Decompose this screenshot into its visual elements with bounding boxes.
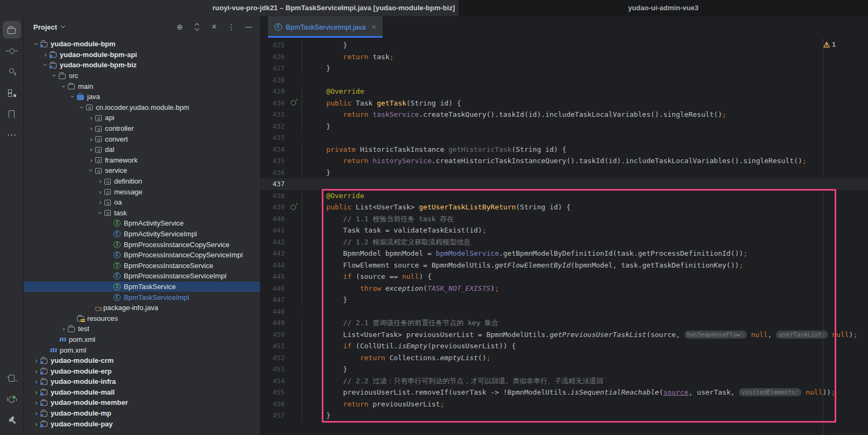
tree-chevron-icon[interactable] xyxy=(60,325,68,332)
tree-chevron-icon[interactable] xyxy=(87,125,95,132)
module-icon xyxy=(40,369,47,374)
tree-item[interactable]: yudao-module-bpm xyxy=(24,39,260,50)
tree-chevron-icon[interactable] xyxy=(32,420,40,427)
tree-item[interactable]: BpmActivityServiceImpl xyxy=(24,229,260,240)
tree-item[interactable]: BpmProcessInstanceCopyService xyxy=(24,239,260,250)
debug-tool-button[interactable] xyxy=(3,390,21,408)
tree-item[interactable]: pom.xml xyxy=(24,334,260,345)
tree-chevron-icon[interactable] xyxy=(32,378,40,385)
commit-tool-button[interactable] xyxy=(3,42,21,60)
tree-item[interactable]: task xyxy=(24,208,260,219)
tree-chevron-icon[interactable] xyxy=(32,368,40,375)
code-line-text: } xyxy=(301,167,868,179)
tree-chevron-icon[interactable] xyxy=(41,61,50,68)
project-panel-title[interactable]: Project xyxy=(33,23,57,31)
line-number: 427 xyxy=(260,64,285,72)
tree-item[interactable]: oa xyxy=(24,197,260,208)
tree-item[interactable]: api xyxy=(24,113,260,123)
tree-chevron-icon[interactable] xyxy=(87,167,95,174)
overrides-method-icon[interactable] xyxy=(291,100,296,106)
close-tab-icon[interactable] xyxy=(372,23,376,31)
tree-chevron-icon[interactable] xyxy=(87,146,95,153)
tree-item[interactable]: BpmProcessInstanceCopyServiceImpl xyxy=(24,250,260,261)
tree-item[interactable]: BpmTaskService xyxy=(24,282,260,292)
tree-chevron-icon[interactable] xyxy=(41,51,50,58)
tree-chevron-icon[interactable] xyxy=(78,104,86,111)
tree-chevron-icon[interactable] xyxy=(32,410,40,417)
collapse-all-button[interactable]: × xyxy=(209,22,219,32)
tree-item[interactable]: definition xyxy=(24,176,260,187)
tree-chevron-icon[interactable] xyxy=(32,357,40,364)
tree-chevron-icon[interactable] xyxy=(87,114,95,121)
tree-chevron-icon[interactable] xyxy=(32,389,40,396)
build-tool-button[interactable] xyxy=(3,411,21,429)
tree-item[interactable]: controller xyxy=(24,123,260,134)
code-line: 437 xyxy=(260,178,868,190)
tree-item[interactable]: yudao-module-bpm-biz xyxy=(24,60,260,71)
tree-item[interactable]: yudao-module-erp xyxy=(24,366,260,376)
code-line: 433 xyxy=(260,132,868,144)
tree-item[interactable]: service xyxy=(24,165,260,176)
tree-item[interactable]: BpmProcessInstanceService xyxy=(24,260,260,271)
tree-item[interactable]: yudao-module-bpm-api xyxy=(24,50,260,60)
tree-item[interactable]: framework xyxy=(24,155,260,166)
inspections-widget[interactable]: 1 xyxy=(823,40,836,49)
package-icon xyxy=(104,200,111,206)
tab-bpmtaskserviceimpl[interactable]: BpmTaskServiceImpl.java xyxy=(268,16,383,38)
module-icon xyxy=(50,52,57,58)
tree-item[interactable]: yudao-module-mp xyxy=(24,408,260,419)
line-number: 426 xyxy=(260,53,285,61)
tree-item[interactable]: BpmProcessInstanceServiceImpl xyxy=(24,271,260,282)
tree-item[interactable]: yudao-module-crm xyxy=(24,355,260,366)
folder-icon xyxy=(68,84,75,89)
tree-chevron-icon[interactable] xyxy=(87,157,95,164)
tree-item[interactable]: resources xyxy=(24,313,260,324)
tree-item[interactable]: yudao-module-infra xyxy=(24,376,260,387)
code-line: 436 } xyxy=(260,167,868,179)
hide-panel-button[interactable]: — xyxy=(244,22,253,32)
code-line: 447 } xyxy=(260,294,868,306)
tree-item[interactable]: main xyxy=(24,81,260,92)
tree-item[interactable]: BpmActivityService xyxy=(24,218,260,229)
tree-chevron-icon[interactable] xyxy=(96,188,104,195)
tree-item[interactable]: BpmTaskServiceImpl xyxy=(24,292,260,303)
tree-chevron-icon[interactable] xyxy=(60,83,68,90)
tree-chevron-icon[interactable] xyxy=(69,93,77,100)
tree-chevron-icon[interactable] xyxy=(51,72,59,79)
services-tool-button[interactable] xyxy=(3,369,21,387)
package-icon xyxy=(95,147,102,153)
collapse-all-icon: × xyxy=(211,23,216,31)
tree-item[interactable]: cn.iocoder.yudao.module.bpm xyxy=(24,102,260,113)
more-tools-tool-button[interactable]: ⋯ xyxy=(3,126,21,144)
tree-chevron-icon[interactable] xyxy=(96,199,104,206)
tree-item[interactable]: test xyxy=(24,324,260,334)
tree-item[interactable]: package-info.java xyxy=(24,303,260,313)
tree-chevron-icon[interactable] xyxy=(87,136,95,143)
locate-button[interactable]: ⊕ xyxy=(175,22,185,32)
line-number: 443 xyxy=(260,249,285,257)
bookmarks-tool-button[interactable] xyxy=(3,105,21,123)
tree-item[interactable]: convert xyxy=(24,134,260,144)
tree-item[interactable]: yudao-module-pay xyxy=(24,418,260,429)
tree-item[interactable]: message xyxy=(24,186,260,197)
project-tool-button[interactable] xyxy=(3,21,21,39)
tree-item[interactable]: java xyxy=(24,92,260,102)
expand-button[interactable] xyxy=(192,22,202,32)
tree-item[interactable]: yudao-module-member xyxy=(24,397,260,408)
tree-item[interactable]: dal xyxy=(24,144,260,155)
code-editor[interactable]: 425 }426 return task;427 }428429 @Overri… xyxy=(260,38,868,435)
overrides-method-icon[interactable] xyxy=(291,205,296,210)
more-options-button[interactable]: ⋮ xyxy=(227,22,236,32)
tree-chevron-icon[interactable] xyxy=(96,178,104,185)
tree-chevron-icon[interactable] xyxy=(32,40,40,47)
title-bar-inactive-window[interactable]: yudao-ui-admin-vue3 xyxy=(458,0,868,16)
tree-chevron-icon[interactable] xyxy=(96,209,104,216)
tree-item-label: yudao-module-infra xyxy=(51,377,116,385)
tree-chevron-icon[interactable] xyxy=(32,399,40,406)
tree-item[interactable]: pom.xml xyxy=(24,345,260,355)
pull-requests-tool-button[interactable] xyxy=(3,63,21,81)
tree-item[interactable]: src xyxy=(24,71,260,81)
structure-tool-button[interactable] xyxy=(3,84,21,102)
tree-item[interactable]: yudao-module-mall xyxy=(24,387,260,398)
package-icon xyxy=(95,126,102,132)
